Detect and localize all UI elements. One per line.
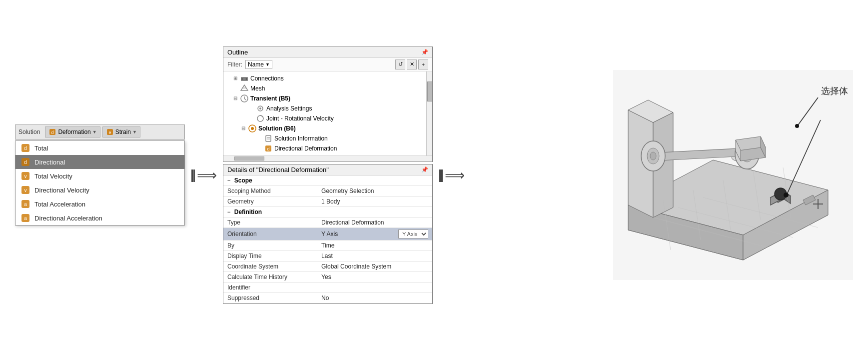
type-label: Type — [223, 217, 317, 228]
svg-point-27 — [251, 127, 254, 130]
deformation-button[interactable]: d Deformation ▼ — [45, 126, 100, 138]
scoping-method-label: Scoping Method — [223, 186, 317, 196]
filter-value: Name — [248, 61, 264, 68]
total-acceleration-icon: a — [20, 199, 30, 209]
details-title: Details of "Directional Deformation" — [227, 166, 329, 174]
menu-item-total[interactable]: d Total — [15, 141, 184, 155]
deformation-menu: d Total d Directional v Total Velocity v — [15, 140, 185, 226]
orientation-value: Y Axis Y Axis X Axis Z Axis — [317, 228, 432, 240]
solution-info-label: Solution Information — [274, 135, 328, 142]
tree-item-connections[interactable]: ⊞ Connections — [223, 74, 432, 84]
menu-total-label: Total — [34, 144, 48, 152]
row-scoping-method: Scoping Method Geometry Selection — [223, 186, 432, 196]
identifier-value — [317, 282, 432, 292]
coordinate-system-label: Coordinate System — [223, 261, 317, 272]
filter-add-btn[interactable]: + — [418, 60, 428, 70]
outline-scrollbar[interactable] — [426, 72, 432, 156]
right-bracket: ‖ — [438, 169, 444, 181]
connections-expand: ⊞ — [233, 76, 238, 81]
calculate-time-history-label: Calculate Time History — [223, 272, 317, 282]
menu-item-directional-velocity[interactable]: v Directional Velocity — [15, 183, 184, 197]
orientation-text: Y Axis — [321, 230, 338, 238]
tree-item-directional-deformation[interactable]: d Directional Deformation — [223, 144, 432, 154]
tree-item-mesh[interactable]: Mesh — [223, 84, 432, 94]
arrow-left-middle: ‖ ⟹ — [190, 167, 218, 184]
svg-point-34 — [795, 124, 799, 128]
svg-text:e: e — [108, 130, 111, 135]
tree-item-joint-rotational[interactable]: Joint - Rotational Velocity — [223, 114, 432, 124]
svg-text:d: d — [51, 130, 54, 135]
middle-panel: Outline 📌 Filter: Name ▼ ↺ ✕ + ⊞ — [223, 46, 433, 304]
transient-tree-icon — [240, 94, 248, 102]
row-suppressed: Suppressed No — [223, 292, 432, 303]
display-time-label: Display Time — [223, 250, 317, 261]
orientation-dropdown-container: Y Axis Y Axis X Axis Z Axis — [321, 230, 428, 238]
strain-icon: e — [106, 128, 114, 136]
right-panel: 选择体 — [471, 70, 853, 280]
arrow-right-symbol-2: ⟹ — [445, 167, 465, 184]
tree-item-solution-b6[interactable]: ⊟ Solution (B6) — [223, 124, 432, 134]
joint-tree-icon — [256, 114, 264, 122]
outline-title: Outline — [227, 48, 248, 56]
dir-deform-tree-icon: d — [264, 144, 272, 152]
svg-text:d: d — [24, 146, 27, 151]
joint-label: Joint - Rotational Velocity — [266, 115, 334, 122]
menu-item-directional[interactable]: d Directional — [15, 155, 184, 169]
toolbar-row: Solution d Deformation ▼ e Strain ▼ — [15, 124, 185, 140]
transient-expand: ⊟ — [233, 96, 238, 101]
menu-total-velocity-label: Total Velocity — [34, 172, 72, 180]
tree-item-transient[interactable]: ⊟ Transient (B5) — [223, 94, 432, 104]
details-table: − Scope Scoping Method Geometry Selectio… — [223, 176, 432, 304]
details-pin-icon[interactable]: 📌 — [421, 166, 428, 173]
menu-item-total-acceleration[interactable]: a Total Acceleration — [15, 197, 184, 211]
outline-titlebar: Outline 📌 — [223, 47, 432, 58]
menu-directional-label: Directional — [34, 158, 65, 166]
connections-tree-icon — [240, 74, 248, 82]
calculate-time-history-value: Yes — [317, 272, 432, 282]
outline-horiz-scroll[interactable] — [223, 156, 432, 162]
filter-clear-btn[interactable]: ✕ — [407, 60, 417, 70]
menu-total-acceleration-label: Total Acceleration — [34, 200, 85, 208]
filter-refresh-btn[interactable]: ↺ — [395, 60, 405, 70]
directional-icon: d — [20, 157, 30, 167]
menu-item-total-velocity[interactable]: v Total Velocity — [15, 169, 184, 183]
analysis-label: Analysis Settings — [266, 105, 312, 112]
total-velocity-icon: v — [20, 171, 30, 181]
model-area: 选择体 — [613, 70, 853, 280]
menu-directional-acceleration-label: Directional Acceleration — [34, 214, 102, 222]
left-bracket-arrow: ‖ ⟹ — [190, 167, 218, 184]
menu-directional-velocity-label: Directional Velocity — [34, 186, 89, 194]
arrow-right-symbol: ⟹ — [197, 167, 217, 184]
row-calculate-time-history: Calculate Time History Yes — [223, 272, 432, 282]
orientation-select[interactable]: Y Axis X Axis Z Axis — [398, 230, 428, 238]
svg-text:a: a — [24, 216, 27, 221]
outline-pin-icon[interactable]: 📌 — [421, 49, 428, 56]
mesh-tree-icon — [240, 84, 248, 92]
annotation-container: 选择体 — [821, 85, 848, 97]
connections-label: Connections — [250, 75, 284, 82]
strain-button[interactable]: e Strain ▼ — [102, 126, 140, 138]
outline-panel: Outline 📌 Filter: Name ▼ ↺ ✕ + ⊞ — [223, 46, 433, 162]
svg-point-72 — [784, 192, 789, 198]
identifier-label: Identifier — [223, 282, 317, 292]
tree-item-solution-info[interactable]: Solution Information — [223, 134, 432, 144]
svg-point-48 — [650, 152, 656, 160]
details-panel: Details of "Directional Deformation" 📌 −… — [223, 164, 433, 304]
svg-text:d: d — [24, 160, 27, 165]
tree-item-analysis-settings[interactable]: Analysis Settings — [223, 104, 432, 114]
filter-select[interactable]: Name ▼ — [245, 60, 272, 69]
left-bracket: ‖ — [190, 169, 196, 181]
definition-minus: − — [227, 209, 230, 215]
outline-horiz-thumb — [234, 156, 264, 160]
menu-item-directional-acceleration[interactable]: a Directional Acceleration — [15, 211, 184, 225]
deformation-label: Deformation — [58, 128, 90, 136]
solution-expand: ⊟ — [241, 126, 246, 131]
svg-rect-28 — [266, 136, 271, 142]
svg-text:v: v — [24, 174, 27, 179]
definition-label: Definition — [234, 208, 262, 216]
directional-acceleration-icon: a — [20, 213, 30, 223]
filter-row: Filter: Name ▼ ↺ ✕ + — [223, 58, 432, 72]
by-label: By — [223, 240, 317, 250]
row-geometry: Geometry 1 Body — [223, 196, 432, 206]
solution-tree-icon — [248, 124, 256, 132]
